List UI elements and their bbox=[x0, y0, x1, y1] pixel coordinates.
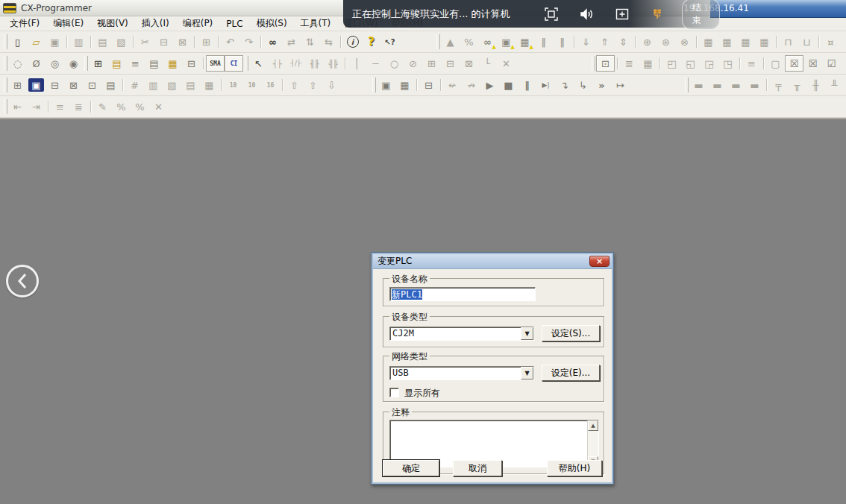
device-name-input[interactable]: 新PLC1 bbox=[389, 287, 536, 301]
device-type-settings-button[interactable]: 设定(S)... bbox=[542, 325, 600, 341]
watch-check-button[interactable]: ◲ bbox=[700, 55, 718, 72]
io-comment-view-button[interactable]: ▤ bbox=[181, 77, 200, 93]
simulator-stop-button[interactable]: ■ bbox=[499, 77, 518, 93]
cut-button[interactable]: ✂ bbox=[136, 34, 154, 50]
percent-monitor-button[interactable]: % bbox=[112, 98, 131, 115]
new-or-closed-contact-tool[interactable]: ╣╠ bbox=[324, 55, 342, 72]
vertical-line-tool[interactable]: │ bbox=[348, 55, 366, 72]
menu-edit[interactable]: 编辑(E) bbox=[46, 16, 90, 31]
symbol-list-button[interactable]: ≡ bbox=[742, 55, 761, 72]
find-in-project-button[interactable]: ⇅ bbox=[301, 34, 319, 50]
ci-instruction-button[interactable]: CI bbox=[225, 55, 243, 72]
new-contact-tool[interactable]: ┤├ bbox=[268, 55, 286, 72]
indent-rung-button[interactable]: ⇥ bbox=[27, 98, 46, 115]
new-coil-tool[interactable]: ○ bbox=[385, 55, 404, 72]
pause-button[interactable]: ‖ bbox=[553, 34, 571, 50]
run-window-button[interactable]: ⊡ bbox=[596, 55, 615, 72]
menu-plc[interactable]: PLC bbox=[219, 17, 249, 31]
print-report-button[interactable]: ▥ bbox=[69, 34, 88, 50]
window-verify-button[interactable]: ☑ bbox=[822, 55, 841, 72]
scrollbar-track[interactable] bbox=[588, 431, 598, 456]
plc-memory-monitor-button[interactable]: ▬ bbox=[689, 77, 708, 93]
new-window-icon[interactable] bbox=[614, 6, 630, 22]
delete-tool[interactable]: ✕ bbox=[497, 55, 516, 72]
decimal-monitor-button[interactable]: 10 bbox=[224, 77, 242, 93]
selection-tool-button[interactable]: ↖ bbox=[249, 55, 268, 72]
smart-input-button[interactable]: SMA bbox=[206, 55, 225, 72]
simulator-online-button[interactable]: ▣ bbox=[377, 77, 395, 93]
window-plain-button[interactable]: ▢ bbox=[766, 55, 785, 72]
simulator-step-hand-button[interactable]: ↛ bbox=[462, 77, 480, 93]
percent-release-button[interactable]: % bbox=[131, 98, 149, 115]
monitor-in-rung-button[interactable]: ▤ bbox=[145, 55, 163, 72]
compare-with-plc-button[interactable]: ⇕ bbox=[614, 34, 633, 50]
time-chart-monitor-button[interactable]: ⊔ bbox=[798, 34, 816, 50]
simulator-run-button[interactable]: ▶ bbox=[480, 77, 499, 93]
zoom-in-button[interactable]: ◎ bbox=[46, 55, 64, 72]
cancel-button[interactable]: 取消 bbox=[453, 460, 502, 476]
forced-status-button[interactable]: ▬ bbox=[727, 77, 745, 93]
watch-window-button[interactable]: ⊟ bbox=[46, 77, 64, 93]
dialog-titlebar[interactable]: 变更PLC × bbox=[373, 254, 612, 269]
network-auto-online-button[interactable]: ▦ bbox=[516, 34, 534, 50]
simulator-scan-run-button[interactable]: ↦ bbox=[611, 77, 630, 93]
new-closed-coil-tool[interactable]: ⊘ bbox=[404, 55, 422, 72]
help-button[interactable]: ? bbox=[362, 34, 380, 50]
zoom-100-button[interactable]: ◉ bbox=[64, 55, 83, 72]
monitor-view-button[interactable]: ▥ bbox=[144, 77, 163, 93]
zoom-out-button[interactable]: Ø bbox=[27, 55, 46, 72]
menu-tools[interactable]: 工具(T) bbox=[294, 16, 338, 31]
device-type-dropdown-icon[interactable]: ▼ bbox=[521, 327, 533, 340]
fullscreen-icon[interactable] bbox=[544, 6, 560, 22]
outdent-rung-button[interactable]: ⇤ bbox=[8, 98, 27, 115]
watch-remove-button[interactable]: ◱ bbox=[681, 55, 700, 72]
auto-online-button[interactable]: ▣ bbox=[497, 34, 516, 50]
simulator-pause-hand-button[interactable]: ↚ bbox=[443, 77, 462, 93]
signed-decimal-monitor-button[interactable]: 10 bbox=[242, 77, 261, 93]
hex-monitor-button[interactable]: 16 bbox=[261, 77, 280, 93]
new-or-contact-tool[interactable]: ╢╟ bbox=[305, 55, 324, 72]
work-online-simulator-button[interactable]: % bbox=[460, 34, 478, 50]
horizontal-line-tool[interactable]: ─ bbox=[366, 55, 385, 72]
plc-memory-backup-button[interactable]: ▬ bbox=[708, 77, 727, 93]
clock-button[interactable]: ¤ bbox=[821, 34, 840, 50]
menu-insert[interactable]: 插入(I) bbox=[135, 16, 176, 31]
rung-comment-button[interactable]: ▤ bbox=[107, 55, 126, 72]
paste-attributes-button[interactable]: ⊞ bbox=[197, 34, 216, 50]
simulator-step-run-button[interactable]: ▶| bbox=[536, 77, 555, 93]
menu-file[interactable]: 文件(F) bbox=[3, 16, 46, 31]
sunflower-remote-icon[interactable] bbox=[649, 6, 665, 22]
properties-window-button[interactable]: ▤ bbox=[101, 77, 120, 93]
address-change-button[interactable]: ⇆ bbox=[319, 34, 338, 50]
program-hierarchy-button[interactable]: ⊟ bbox=[182, 55, 201, 72]
print-preview-button[interactable]: ▧ bbox=[112, 34, 131, 50]
print-button[interactable]: ▤ bbox=[93, 34, 112, 50]
simulator-settings-button[interactable]: ▦ bbox=[395, 77, 414, 93]
remote-sidebar-toggle-button[interactable] bbox=[6, 265, 39, 297]
new-pls-instruction-tool[interactable]: ⊟ bbox=[441, 55, 460, 72]
plc-settings-button[interactable]: ▦ bbox=[718, 34, 736, 50]
menu-simulation[interactable]: 模拟(S) bbox=[250, 16, 294, 31]
force-cancel-button[interactable]: ⇩ bbox=[322, 77, 341, 93]
rung-list-button[interactable]: ≡ bbox=[51, 98, 69, 115]
differential-monitor-button[interactable]: ⊓ bbox=[779, 34, 798, 50]
mnemonic-view-button[interactable]: # bbox=[125, 77, 144, 93]
force-on-button[interactable]: ⇧ bbox=[285, 77, 304, 93]
save-project-button[interactable]: ▣ bbox=[46, 34, 64, 50]
network-type-dropdown-icon[interactable]: ▼ bbox=[521, 367, 533, 379]
force-off-button[interactable]: ⇧ bbox=[304, 77, 322, 93]
upload-from-plc-button[interactable]: ⇑ bbox=[595, 34, 614, 50]
new-closed-contact-tool[interactable]: ┤/├ bbox=[286, 55, 305, 72]
help-button[interactable]: 帮助(H) bbox=[547, 460, 602, 476]
paste-button[interactable]: ⊠ bbox=[173, 34, 192, 50]
new-project-button[interactable]: ▯ bbox=[8, 34, 27, 50]
online-edit-send-button[interactable]: ⊛ bbox=[657, 34, 675, 50]
copy-button[interactable]: ⊟ bbox=[154, 34, 173, 50]
plc-data-trace-button[interactable]: ▦ bbox=[755, 34, 774, 50]
download-to-plc-button[interactable]: ⇓ bbox=[577, 34, 595, 50]
volume-icon[interactable] bbox=[579, 6, 595, 22]
percent-cancel-button[interactable]: ✕ bbox=[149, 98, 168, 115]
new-instruction-tool[interactable]: ⊞ bbox=[422, 55, 441, 72]
network-type-select[interactable]: USB ▼ bbox=[389, 366, 534, 380]
project-workspace-button[interactable]: ⊞ bbox=[8, 77, 27, 93]
